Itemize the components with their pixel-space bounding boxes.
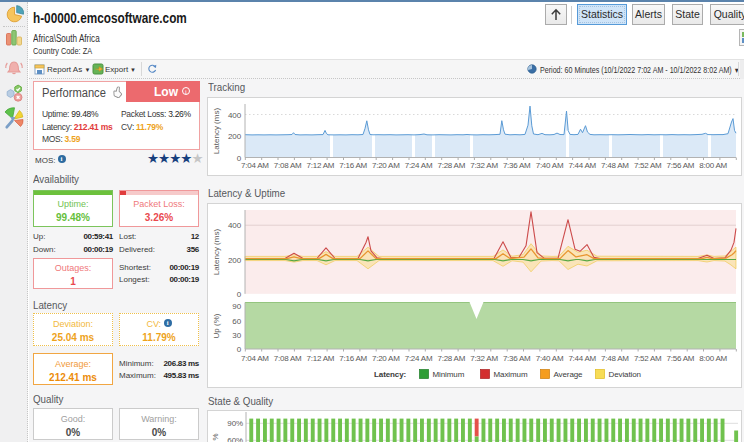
svg-text:Up (%): Up (%)	[212, 313, 221, 338]
svg-text:7:04 AM: 7:04 AM	[241, 354, 269, 363]
svg-text:7:52 AM: 7:52 AM	[634, 161, 662, 170]
svg-text:Latency (ms): Latency (ms)	[212, 229, 221, 276]
svg-text:Minimum: Minimum	[433, 370, 465, 379]
svg-text:7:40 AM: 7:40 AM	[536, 161, 564, 170]
svg-text:7:48 AM: 7:48 AM	[601, 161, 629, 170]
svg-text:400: 400	[228, 111, 242, 120]
svg-text:0: 0	[237, 290, 242, 299]
svg-text:90%: 90%	[227, 419, 243, 428]
svg-text:7:44 AM: 7:44 AM	[568, 161, 596, 170]
svg-text:7:28 AM: 7:28 AM	[437, 161, 465, 170]
svg-text:7:20 AM: 7:20 AM	[372, 354, 400, 363]
svg-text:7:36 AM: 7:36 AM	[503, 354, 531, 363]
svg-text:7:08 AM: 7:08 AM	[274, 161, 302, 170]
svg-text:Deviation: Deviation	[609, 370, 641, 379]
svg-text:7:24 AM: 7:24 AM	[405, 354, 433, 363]
svg-text:7:40 AM: 7:40 AM	[536, 354, 564, 363]
svg-text:60%: 60%	[227, 436, 243, 442]
svg-text:7:48 AM: 7:48 AM	[601, 354, 629, 363]
svg-text:7:36 AM: 7:36 AM	[503, 161, 531, 170]
svg-text:7:04 AM: 7:04 AM	[241, 161, 269, 170]
svg-text:7:12 AM: 7:12 AM	[307, 161, 335, 170]
svg-text:400: 400	[228, 221, 242, 230]
svg-text:8:00 AM: 8:00 AM	[699, 161, 727, 170]
svg-text:60: 60	[232, 317, 241, 326]
svg-text:30: 30	[232, 331, 241, 340]
svg-text:7:24 AM: 7:24 AM	[405, 161, 433, 170]
svg-text:8:00 AM: 8:00 AM	[699, 354, 727, 363]
svg-text:7:32 AM: 7:32 AM	[470, 161, 498, 170]
svg-text:Latency (ms): Latency (ms)	[212, 108, 221, 155]
svg-text:7:16 AM: 7:16 AM	[339, 161, 367, 170]
svg-text:90: 90	[232, 302, 241, 311]
svg-text:Latency:: Latency:	[374, 370, 406, 379]
svg-text:7:44 AM: 7:44 AM	[568, 354, 596, 363]
svg-text:7:20 AM: 7:20 AM	[372, 161, 400, 170]
svg-text:7:56 AM: 7:56 AM	[667, 354, 695, 363]
svg-text:7:12 AM: 7:12 AM	[307, 354, 335, 363]
svg-text:200: 200	[228, 132, 242, 141]
svg-text:7:16 AM: 7:16 AM	[339, 354, 367, 363]
svg-text:%: %	[211, 433, 220, 440]
svg-text:0: 0	[237, 345, 242, 354]
svg-text:Average: Average	[554, 370, 584, 379]
svg-text:7:56 AM: 7:56 AM	[667, 161, 695, 170]
svg-text:200: 200	[228, 256, 242, 265]
svg-text:Maximum: Maximum	[494, 370, 528, 379]
svg-text:7:28 AM: 7:28 AM	[437, 354, 465, 363]
svg-text:7:52 AM: 7:52 AM	[634, 354, 662, 363]
svg-text:7:08 AM: 7:08 AM	[274, 354, 302, 363]
svg-text:7:32 AM: 7:32 AM	[470, 354, 498, 363]
